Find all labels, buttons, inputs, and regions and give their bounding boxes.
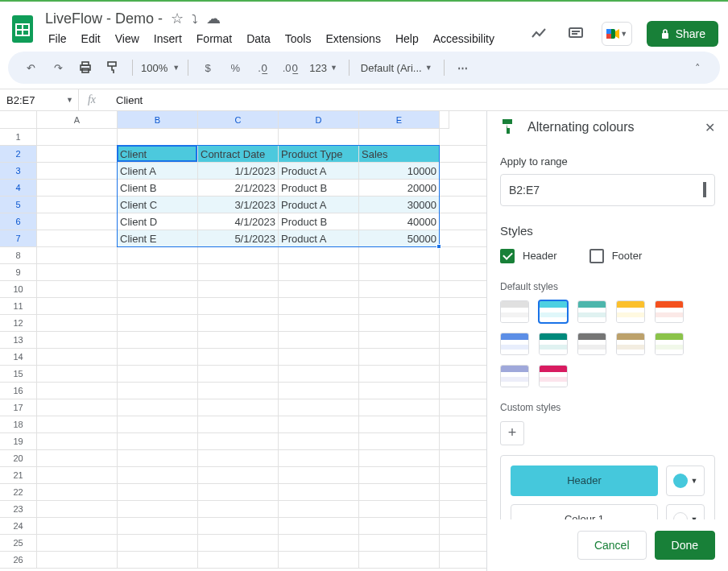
cell[interactable] (359, 467, 440, 484)
cell[interactable] (198, 416, 279, 433)
cell[interactable] (440, 416, 486, 433)
row-header[interactable]: 1 (0, 129, 37, 146)
cell[interactable] (37, 518, 118, 535)
cell[interactable] (198, 450, 279, 467)
cell[interactable] (118, 467, 198, 484)
cell[interactable] (37, 399, 118, 416)
column-header[interactable]: B (118, 111, 198, 129)
row-header[interactable]: 13 (0, 332, 37, 349)
cell[interactable] (118, 552, 198, 569)
cell[interactable]: 40000 (359, 213, 440, 230)
cell[interactable] (359, 129, 440, 146)
select-all-corner[interactable] (0, 111, 37, 129)
cell[interactable]: Client E (118, 230, 198, 247)
cell[interactable] (440, 467, 486, 484)
cell[interactable] (118, 247, 198, 264)
menu-view[interactable]: View (109, 29, 146, 48)
cell[interactable] (37, 129, 118, 146)
row-header[interactable]: 6 (0, 213, 37, 230)
style-swatch[interactable] (577, 333, 606, 355)
cell[interactable] (37, 230, 118, 247)
move-icon[interactable]: ⤵ (192, 12, 198, 26)
formula-input[interactable]: Client (105, 94, 143, 106)
cell[interactable] (359, 383, 440, 399)
cell[interactable] (198, 467, 279, 484)
cell[interactable] (440, 349, 486, 366)
menu-file[interactable]: File (42, 29, 73, 48)
cell[interactable] (37, 349, 118, 366)
row-header[interactable]: 11 (0, 298, 37, 315)
cell[interactable]: Client C (118, 197, 198, 213)
cell[interactable] (37, 552, 118, 569)
menu-edit[interactable]: Edit (75, 29, 107, 48)
cell[interactable] (440, 230, 486, 247)
row-header[interactable]: 3 (0, 163, 37, 180)
cell[interactable] (198, 383, 279, 399)
column-header[interactable]: E (359, 111, 440, 129)
close-icon[interactable]: ✕ (705, 120, 715, 135)
cell[interactable] (279, 416, 359, 433)
cell[interactable] (37, 450, 118, 467)
cell[interactable] (440, 146, 486, 163)
cell[interactable] (359, 433, 440, 450)
cell[interactable] (198, 264, 279, 281)
cell[interactable] (359, 315, 440, 332)
currency-icon[interactable]: $ (196, 56, 219, 79)
cell[interactable] (37, 484, 118, 501)
cell[interactable] (118, 129, 198, 146)
style-swatch[interactable] (500, 365, 529, 387)
cell[interactable] (198, 518, 279, 535)
row-header[interactable]: 20 (0, 450, 37, 467)
cell[interactable] (37, 315, 118, 332)
cell[interactable] (198, 281, 279, 298)
cell[interactable]: Product A (279, 230, 359, 247)
name-box[interactable]: B2:E7▼ (0, 89, 79, 110)
cell[interactable]: 1/1/2023 (198, 163, 279, 180)
cell[interactable] (279, 518, 359, 535)
cell[interactable] (359, 366, 440, 383)
cell[interactable] (118, 332, 198, 349)
cell[interactable] (440, 163, 486, 180)
cell[interactable]: Client D (118, 213, 198, 230)
cell[interactable] (440, 399, 486, 416)
cell[interactable]: 2/1/2023 (198, 180, 279, 197)
row-header[interactable]: 26 (0, 552, 37, 569)
cell[interactable] (440, 129, 486, 146)
timeline-icon[interactable] (527, 23, 550, 45)
cell[interactable]: Product B (279, 213, 359, 230)
cell[interactable] (440, 484, 486, 501)
cell[interactable] (279, 467, 359, 484)
add-custom-style-button[interactable]: + (500, 421, 524, 445)
cell[interactable] (359, 349, 440, 366)
cell[interactable] (118, 416, 198, 433)
cell[interactable] (440, 383, 486, 399)
cell[interactable] (279, 247, 359, 264)
cell[interactable] (359, 535, 440, 552)
cell[interactable] (359, 484, 440, 501)
menu-format[interactable]: Format (190, 29, 238, 48)
cell[interactable] (37, 197, 118, 213)
meet-button[interactable]: ▼ (602, 22, 632, 46)
menu-insert[interactable]: Insert (147, 29, 188, 48)
cell[interactable] (118, 399, 198, 416)
style-swatch[interactable] (655, 333, 684, 355)
cell[interactable] (440, 450, 486, 467)
cell[interactable] (279, 399, 359, 416)
row-header[interactable]: 10 (0, 281, 37, 298)
cell[interactable] (118, 366, 198, 383)
cell[interactable] (198, 366, 279, 383)
cell[interactable] (37, 535, 118, 552)
cell[interactable] (440, 332, 486, 349)
increase-decimal-icon[interactable]: .00̲ (279, 56, 301, 79)
cell[interactable] (198, 552, 279, 569)
cell[interactable] (279, 332, 359, 349)
row-header[interactable]: 15 (0, 366, 37, 383)
row-header[interactable]: 18 (0, 416, 37, 433)
cell[interactable] (37, 383, 118, 399)
row-header[interactable]: 22 (0, 484, 37, 501)
cell[interactable] (37, 247, 118, 264)
cloud-icon[interactable]: ☁ (206, 10, 221, 27)
cell[interactable] (198, 501, 279, 518)
cell[interactable] (118, 450, 198, 467)
cell[interactable]: Sales (359, 146, 440, 163)
